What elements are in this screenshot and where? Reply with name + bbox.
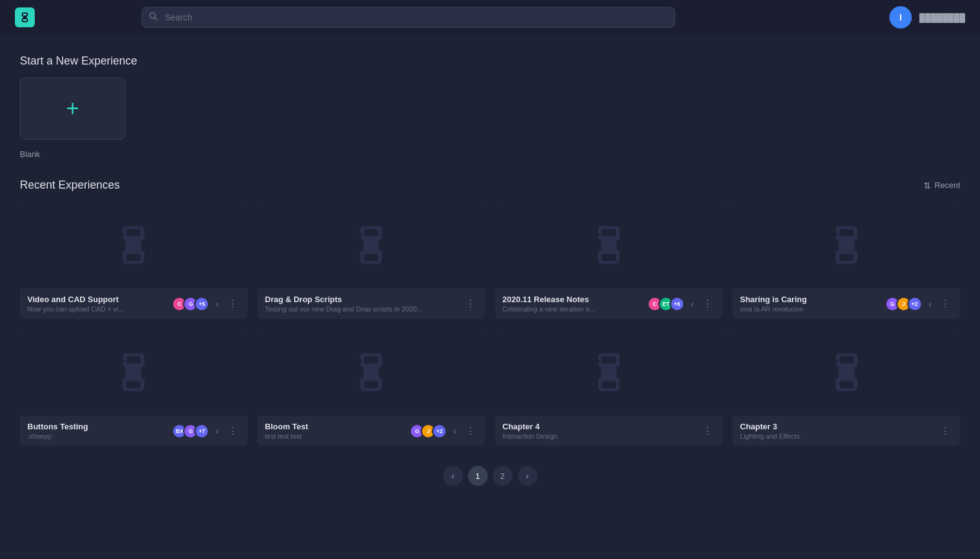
experience-card[interactable]: Chapter 3Lighting and Effects⋮ — [732, 329, 960, 446]
card-text: Buttons Testing:sheepy: — [27, 422, 167, 440]
avatar-group: CET+6 — [647, 297, 685, 311]
card-title: Video and CAD Support — [27, 295, 167, 304]
more-menu-icon[interactable]: ⋮ — [700, 297, 715, 311]
card-info: Chapter 3Lighting and Effects⋮ — [732, 416, 960, 446]
card-logo — [822, 347, 871, 397]
mini-avatar: +7 — [194, 424, 209, 439]
card-thumbnail — [20, 329, 248, 416]
search-input[interactable] — [142, 7, 675, 28]
experience-card[interactable]: Bloom Testtest test testGJ+2‹⋮ — [258, 329, 485, 446]
avatar-group: BXG+7 — [172, 424, 209, 439]
card-info: Chapter 4Interaction Design⋮ — [495, 416, 723, 446]
card-title: Chapter 3 — [740, 422, 933, 431]
svg-rect-12 — [357, 239, 364, 251]
card-info: Buttons Testing:sheepy:BXG+7‹⋮ — [20, 416, 248, 446]
svg-rect-19 — [839, 254, 853, 261]
card-thumbnail — [258, 202, 485, 288]
pagination-prev[interactable]: ‹ — [443, 466, 463, 486]
svg-rect-9 — [142, 239, 148, 251]
avatar[interactable]: I — [889, 6, 912, 29]
card-info: Bloom Testtest test testGJ+2‹⋮ — [258, 416, 485, 446]
svg-rect-36 — [832, 366, 838, 378]
more-menu-icon[interactable]: ⋮ — [225, 297, 240, 311]
app-header: I ████████ — [0, 0, 980, 35]
card-title: Drag & Drop Scripts — [265, 295, 458, 304]
svg-rect-29 — [379, 366, 385, 378]
card-actions: ⋮ — [700, 424, 715, 438]
avatar-group: GJ+2 — [885, 297, 922, 311]
page-button[interactable]: 2 — [493, 466, 513, 486]
chevron-left-icon[interactable]: ‹ — [926, 297, 934, 311]
card-title: Bloom Test — [265, 422, 405, 431]
chevron-left-icon[interactable]: ‹ — [688, 297, 696, 311]
card-thumbnail — [732, 202, 960, 288]
blank-card-label: Blank — [20, 150, 40, 159]
card-thumbnail — [258, 329, 485, 416]
pagination-next[interactable]: › — [518, 466, 537, 486]
more-menu-icon[interactable]: ⋮ — [938, 424, 953, 438]
more-menu-icon[interactable]: ⋮ — [938, 297, 953, 311]
card-actions: BXG+7‹⋮ — [172, 424, 240, 439]
svg-rect-10 — [364, 229, 378, 236]
card-text: Chapter 3Lighting and Effects — [740, 422, 933, 440]
chevron-left-icon[interactable]: ‹ — [213, 424, 221, 438]
blank-card[interactable]: + — [20, 78, 125, 140]
recent-header: Recent Experiences ⇅ Recent — [20, 179, 960, 192]
card-thumbnail — [495, 329, 723, 416]
card-title: Buttons Testing — [27, 422, 167, 431]
card-logo — [109, 347, 158, 397]
svg-rect-6 — [127, 229, 140, 236]
svg-rect-30 — [602, 356, 616, 363]
more-menu-icon[interactable]: ⋮ — [225, 424, 240, 438]
svg-rect-8 — [120, 239, 126, 251]
experience-card[interactable]: Buttons Testing:sheepy:BXG+7‹⋮ — [20, 329, 248, 446]
avatar-group: GJ+2 — [410, 424, 447, 439]
svg-rect-18 — [839, 229, 853, 236]
svg-rect-27 — [364, 381, 378, 388]
card-subtitle: Celebrating a new iteration o... — [503, 305, 642, 313]
experience-card[interactable]: 2020.11 Release NotesCelebrating a new i… — [495, 202, 723, 319]
page-button[interactable]: 1 — [468, 466, 488, 486]
experience-card[interactable]: Chapter 4Interaction Design⋮ — [495, 329, 723, 446]
card-actions: CET+6‹⋮ — [647, 297, 715, 311]
recent-title: Recent Experiences — [20, 179, 120, 192]
mini-avatar: +2 — [432, 424, 447, 439]
experience-card[interactable]: Sharing is Caringviva la AR revolucionGJ… — [732, 202, 960, 319]
card-actions: ⋮ — [938, 424, 953, 438]
chevron-left-icon[interactable]: ‹ — [213, 297, 221, 311]
experience-card[interactable]: Video and CAD SupportNow you can upload … — [20, 202, 248, 319]
card-logo — [822, 220, 871, 270]
svg-rect-17 — [617, 239, 623, 251]
card-logo — [584, 347, 634, 397]
svg-rect-34 — [839, 356, 853, 363]
sort-button[interactable]: ⇅ Recent — [924, 181, 960, 190]
card-thumbnail — [20, 202, 248, 288]
experience-card[interactable]: Drag & Drop ScriptsTesting out our new D… — [258, 202, 485, 319]
card-title: Chapter 4 — [503, 422, 696, 431]
mini-avatar: +5 — [194, 297, 209, 311]
more-menu-icon[interactable]: ⋮ — [463, 424, 478, 438]
more-menu-icon[interactable]: ⋮ — [463, 297, 478, 311]
chevron-left-icon[interactable]: ‹ — [451, 424, 459, 438]
card-info: Video and CAD SupportNow you can upload … — [20, 288, 248, 319]
card-logo — [346, 347, 396, 397]
card-title: Sharing is Caring — [740, 295, 879, 304]
svg-rect-1 — [23, 19, 27, 21]
card-text: Video and CAD SupportNow you can upload … — [27, 295, 167, 313]
svg-rect-3 — [27, 16, 29, 19]
more-menu-icon[interactable]: ⋮ — [700, 424, 715, 438]
pagination: ‹12› — [20, 466, 960, 486]
card-subtitle: :sheepy: — [27, 432, 167, 440]
card-logo — [109, 220, 158, 270]
card-logo — [584, 220, 634, 270]
svg-rect-33 — [617, 366, 623, 378]
recent-section: Recent Experiences ⇅ Recent Video and CA… — [20, 179, 960, 446]
card-title: 2020.11 Release Notes — [503, 295, 642, 304]
svg-line-5 — [155, 18, 158, 20]
user-name: ████████ — [919, 13, 965, 22]
card-subtitle: Lighting and Effects — [740, 432, 933, 440]
svg-rect-14 — [602, 229, 616, 236]
svg-rect-28 — [357, 366, 364, 378]
card-subtitle: Now you can upload CAD + vi... — [27, 305, 167, 313]
card-thumbnail — [732, 329, 960, 416]
